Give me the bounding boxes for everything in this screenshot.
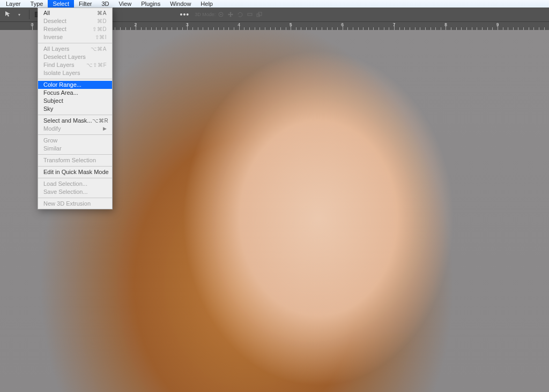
menuitem-label: Deselect [43,18,66,25]
menuitem-shortcut: ⇧⌘D [92,26,107,33]
menuitem-save-selection: Save Selection... [38,188,112,196]
ruler-label: 2 [134,22,137,27]
menuitem-sky[interactable]: Sky [38,105,112,113]
menuitem-similar: Similar [38,145,112,153]
menuitem-edit-in-quick-mask-mode[interactable]: Edit in Quick Mask Mode [38,168,112,176]
ruler-label: 7 [393,22,396,27]
menu-window[interactable]: Window [165,0,196,7]
menuitem-label: Subject [43,97,63,104]
menuitem-all[interactable]: All⌘A [38,9,112,17]
menuitem-label: Similar [43,145,62,152]
menuitem-shortcut: ⌥⌘R [92,117,109,124]
menu-separator [38,166,112,167]
menuitem-label: Grow [43,137,57,144]
separator [29,10,29,19]
menuitem-color-range[interactable]: Color Range... [38,81,112,89]
menuitem-label: Sky [43,105,53,112]
select-menu-dropdown: All⌘ADeselect⌘DReselect⇧⌘DInverse⇧⌘IAll … [38,7,113,209]
menuitem-label: Reselect [43,26,66,33]
menuitem-load-selection: Load Selection... [38,180,112,188]
menuitem-label: All Layers [43,46,69,52]
menuitem-shortcut: ⌥⌘A [91,46,107,52]
menuitem-shortcut: ⇧⌘I [95,34,107,41]
menu-separator [38,115,112,115]
menu-layer[interactable]: Layer [1,0,26,7]
more-options-icon[interactable]: ••• [178,10,192,19]
menuitem-transform-selection: Transform Selection [38,156,112,164]
menuitem-label: New 3D Extrusion [43,200,91,207]
ruler-label: 9 [496,22,499,27]
menu-type[interactable]: Type [26,0,48,7]
menuitem-shortcut: ⌘A [97,10,107,17]
menuitem-select-and-mask[interactable]: Select and Mask...⌥⌘R [38,117,112,125]
ruler-label: 0 [31,22,33,27]
svg-rect-2 [248,13,252,16]
ruler-label: 3 [186,22,189,27]
menu-help[interactable]: Help [196,0,218,7]
pan-icon [226,10,235,19]
menu-separator [38,154,112,155]
menu-select[interactable]: Select [48,0,74,7]
menuitem-find-layers: Find Layers⌥⇧⌘F [38,61,112,69]
menuitem-label: Deselect Layers [43,54,86,61]
menu-3d[interactable]: 3D [97,0,114,7]
menuitem-deselect: Deselect⌘D [38,17,112,25]
menuitem-grow: Grow [38,137,112,145]
menuitem-label: Inverse [43,34,63,41]
menuitem-label: Color Range... [43,81,81,88]
menubar: LayerTypeSelectFilter3DViewPluginsWindow… [0,0,549,7]
menuitem-label: Save Selection... [43,189,88,195]
submenu-arrow-icon: ▶ [103,125,107,132]
3d-mode-label: 3D Mode: [195,12,216,17]
menuitem-label: Transform Selection [43,157,96,164]
menuitem-inverse: Inverse⇧⌘I [38,33,112,41]
menuitem-modify: Modify▶ [38,125,112,133]
menuitem-new-3d-extrusion: New 3D Extrusion [38,200,112,208]
scale-icon [255,10,264,19]
menuitem-label: All [43,10,50,17]
menuitem-focus-area[interactable]: Focus Area... [38,89,112,97]
menuitem-label: Load Selection... [43,180,87,187]
ruler-label: 4 [238,22,240,27]
menuitem-label: Select and Mask... [43,117,92,124]
ruler-label: 8 [444,22,447,27]
move-tool-icon[interactable] [4,10,13,19]
menu-view[interactable]: View [114,0,136,7]
menuitem-shortcut: ⌘D [97,18,107,25]
menu-separator [38,134,112,135]
menu-separator [38,43,112,43]
menuitem-label: Edit in Quick Mask Mode [43,169,109,176]
menuitem-label: Isolate Layers [43,70,80,77]
menuitem-subject[interactable]: Subject [38,97,112,105]
menuitem-deselect-layers: Deselect Layers [38,53,112,61]
menu-separator [38,178,112,178]
ruler-label: 5 [290,22,292,27]
menu-separator [38,198,112,198]
menuitem-label: Focus Area... [43,89,78,96]
ruler-label: 6 [341,22,344,27]
menuitem-label: Modify [43,125,61,132]
menuitem-shortcut: ⌥⇧⌘F [86,62,107,69]
menuitem-label: Find Layers [43,62,74,69]
menuitem-isolate-layers: Isolate Layers [38,69,112,77]
roll-icon [236,10,244,19]
svg-point-1 [220,14,221,15]
menuitem-all-layers: All Layers⌥⌘A [38,45,112,53]
orbit-icon [217,10,225,19]
dropdown-caret-icon[interactable]: ▾ [15,10,24,19]
slide-icon [246,10,254,19]
menuitem-reselect: Reselect⇧⌘D [38,25,112,33]
menu-plugins[interactable]: Plugins [136,0,165,7]
menu-separator [38,79,112,79]
menu-filter[interactable]: Filter [74,0,97,7]
